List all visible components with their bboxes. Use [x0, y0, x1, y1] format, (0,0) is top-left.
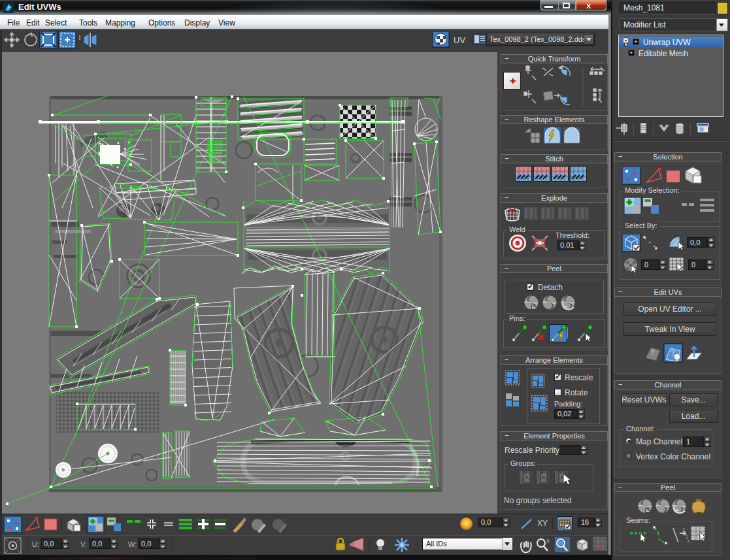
- svg-text:±: ±: [546, 537, 550, 544]
- svg-text:UV: UV: [454, 35, 465, 45]
